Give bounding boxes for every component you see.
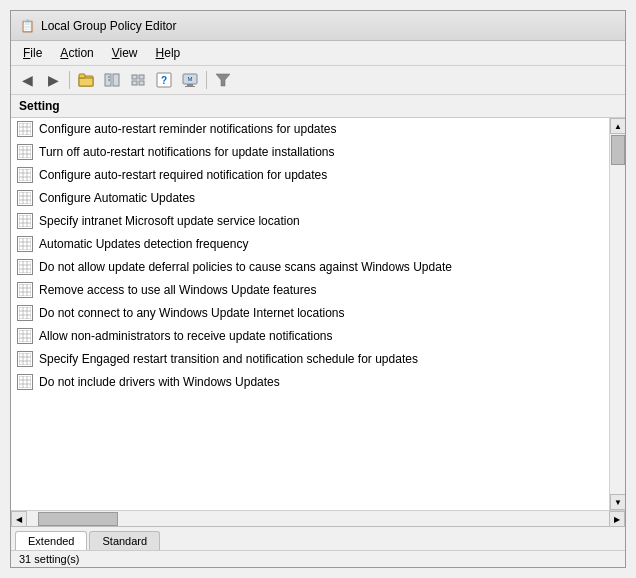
policy-item-text: Configure Automatic Updates (39, 191, 195, 205)
svg-rect-2 (79, 74, 85, 78)
list-item[interactable]: Turn off auto-restart notifications for … (11, 141, 609, 164)
policy-item-icon (17, 305, 33, 321)
svg-marker-17 (216, 74, 230, 86)
main-window: 📋 Local Group Policy Editor File Action … (10, 10, 626, 568)
svg-text:?: ? (161, 75, 167, 86)
scroll-down-button[interactable]: ▼ (610, 494, 625, 510)
svg-rect-8 (139, 75, 144, 79)
menu-file[interactable]: File (15, 43, 50, 63)
policy-item-icon (17, 121, 33, 137)
toolbar-separator-1 (69, 71, 70, 89)
svg-rect-23 (19, 146, 31, 158)
window-title: Local Group Policy Editor (41, 19, 176, 33)
scroll-left-button[interactable]: ◀ (11, 511, 27, 526)
scroll-track[interactable] (610, 134, 625, 494)
menu-help[interactable]: Help (148, 43, 189, 63)
content-area: Setting Configure auto-restart reminder … (11, 95, 625, 550)
vertical-scrollbar[interactable]: ▲ ▼ (609, 118, 625, 510)
svg-rect-14 (187, 84, 193, 86)
policy-item-text: Do not include drivers with Windows Upda… (39, 375, 280, 389)
policy-item-icon (17, 282, 33, 298)
policy-item-text: Specify Engaged restart transition and n… (39, 352, 418, 366)
list-header: Setting (11, 95, 625, 118)
svg-rect-43 (19, 238, 31, 250)
list-item[interactable]: Configure Automatic Updates (11, 187, 609, 210)
svg-rect-53 (19, 284, 31, 296)
setting-column-header: Setting (19, 99, 60, 113)
svg-rect-68 (19, 353, 31, 365)
policy-item-text: Remove access to use all Windows Update … (39, 283, 316, 297)
svg-rect-58 (19, 307, 31, 319)
svg-rect-63 (19, 330, 31, 342)
policy-item-text: Configure auto-restart reminder notifica… (39, 122, 337, 136)
policy-list[interactable]: Configure auto-restart reminder notifica… (11, 118, 609, 510)
horiz-scroll-track[interactable] (27, 511, 609, 526)
menu-bar: File Action View Help (11, 41, 625, 66)
svg-rect-28 (19, 169, 31, 181)
policy-item-text: Configure auto-restart required notifica… (39, 168, 327, 182)
back-button[interactable]: ◀ (15, 69, 39, 91)
list-item[interactable]: Specify intranet Microsoft update servic… (11, 210, 609, 233)
forward-button[interactable]: ▶ (41, 69, 65, 91)
svg-rect-18 (19, 123, 31, 135)
policy-item-icon (17, 351, 33, 367)
svg-rect-1 (79, 78, 93, 86)
toolbar-separator-2 (206, 71, 207, 89)
svg-rect-4 (113, 74, 119, 86)
policy-item-text: Do not connect to any Windows Update Int… (39, 306, 345, 320)
tab-extended[interactable]: Extended (15, 531, 87, 550)
svg-rect-73 (19, 376, 31, 388)
toolbar: ◀ ▶ (11, 66, 625, 95)
policy-item-text: Allow non-administrators to receive upda… (39, 329, 332, 343)
list-item[interactable]: Automatic Updates detection frequency (11, 233, 609, 256)
policy-item-icon (17, 259, 33, 275)
list-button[interactable] (126, 69, 150, 91)
status-bar: 31 setting(s) (11, 550, 625, 567)
list-item[interactable]: Remove access to use all Windows Update … (11, 279, 609, 302)
svg-rect-7 (132, 75, 137, 79)
filter-button[interactable] (211, 69, 235, 91)
policy-item-icon (17, 328, 33, 344)
list-item[interactable]: Do not include drivers with Windows Upda… (11, 371, 609, 394)
list-item[interactable]: Configure auto-restart required notifica… (11, 164, 609, 187)
menu-view[interactable]: View (104, 43, 146, 63)
main-panel: Setting Configure auto-restart reminder … (11, 95, 625, 550)
policy-item-icon (17, 374, 33, 390)
policy-item-icon (17, 167, 33, 183)
tab-standard[interactable]: Standard (89, 531, 160, 550)
help-button[interactable]: ? (152, 69, 176, 91)
policy-item-text: Specify intranet Microsoft update servic… (39, 214, 300, 228)
svg-rect-33 (19, 192, 31, 204)
show-hide-button[interactable] (100, 69, 124, 91)
policy-item-text: Turn off auto-restart notifications for … (39, 145, 335, 159)
menu-action[interactable]: Action (52, 43, 101, 63)
horizontal-scrollbar[interactable]: ◀ ▶ (11, 510, 625, 526)
title-bar: 📋 Local Group Policy Editor (11, 11, 625, 41)
list-item[interactable]: Configure auto-restart reminder notifica… (11, 118, 609, 141)
status-text: 31 setting(s) (19, 553, 80, 565)
horiz-scroll-thumb[interactable] (38, 512, 118, 526)
policy-item-icon (17, 144, 33, 160)
policy-item-text: Do not allow update deferral policies to… (39, 260, 452, 274)
scroll-up-button[interactable]: ▲ (610, 118, 625, 134)
list-item[interactable]: Allow non-administrators to receive upda… (11, 325, 609, 348)
svg-rect-10 (139, 81, 144, 85)
app-icon: 📋 (19, 18, 35, 34)
policy-item-icon (17, 213, 33, 229)
list-item[interactable]: Do not connect to any Windows Update Int… (11, 302, 609, 325)
monitor-button[interactable]: M (178, 69, 202, 91)
svg-rect-48 (19, 261, 31, 273)
policy-item-icon (17, 190, 33, 206)
svg-rect-9 (132, 81, 137, 85)
svg-rect-15 (185, 86, 195, 87)
scroll-right-button[interactable]: ▶ (609, 511, 625, 526)
folder-button[interactable] (74, 69, 98, 91)
svg-rect-38 (19, 215, 31, 227)
list-item[interactable]: Do not allow update deferral policies to… (11, 256, 609, 279)
policy-item-icon (17, 236, 33, 252)
tabs-bar: Extended Standard (11, 526, 625, 550)
scroll-thumb[interactable] (611, 135, 625, 165)
svg-text:M: M (188, 76, 193, 82)
list-item[interactable]: Specify Engaged restart transition and n… (11, 348, 609, 371)
policy-item-text: Automatic Updates detection frequency (39, 237, 248, 251)
